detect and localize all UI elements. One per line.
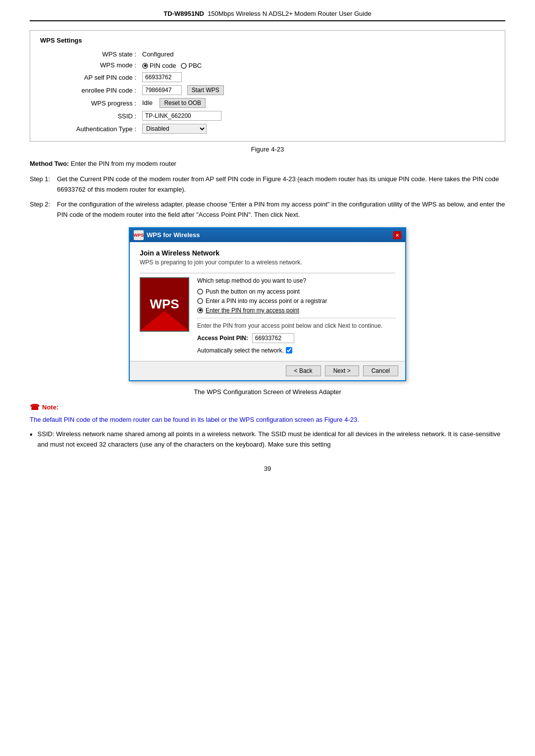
auth-type-label: Authentication Type :	[40, 122, 139, 135]
table-row: Authentication Type : Disabled	[40, 122, 495, 135]
wps-dialog-body: Join a Wireless Network WPS is preparing…	[130, 242, 405, 361]
wps-options-panel: Which setup method do you want to use? P…	[197, 277, 395, 354]
wps-state-label: WPS state :	[40, 49, 139, 59]
radio-option3-dot	[197, 307, 203, 313]
wps-progress-text: Idle	[142, 99, 153, 106]
bullet-item-ssid: • SSID: Wireless network name shared amo…	[30, 429, 505, 450]
access-point-pin-label: Access Point PIN:	[197, 335, 248, 342]
ssid-label: SSID :	[40, 109, 139, 122]
start-wps-button[interactable]: Start WPS	[187, 85, 224, 95]
ap-pin-label: AP self PIN code :	[40, 71, 139, 84]
radio-pin-code[interactable]: PIN code	[142, 62, 176, 69]
note-phone-icon: ☎	[30, 403, 40, 412]
step-1-text: Get the Current PIN code of the modem ro…	[57, 175, 206, 183]
cancel-button[interactable]: Cancel	[363, 365, 398, 376]
step-1-num: Step 1:	[30, 174, 57, 195]
radio-pbc[interactable]: PBC	[181, 62, 202, 69]
wps-settings-box: WPS Settings WPS state : Configured WPS …	[30, 30, 505, 142]
wps-mode-radio-group: PIN code PBC	[142, 62, 202, 69]
enrollee-pin-input[interactable]	[142, 85, 182, 95]
wps-dialog-footer: < Back Next > Cancel	[130, 361, 405, 380]
wps-state-value: Configured	[139, 49, 495, 59]
radio-pin-label: PIN code	[150, 62, 176, 69]
wps-large-logo: WPS	[140, 277, 189, 332]
reset-oob-button[interactable]: Reset to OOB	[160, 98, 206, 108]
ssid-bullet-text: Wireless network name shared among all p…	[38, 430, 501, 448]
radio-pbc-label: PBC	[188, 62, 202, 69]
radio-option2-dot	[197, 298, 203, 304]
note-header-text: Note:	[42, 403, 58, 411]
wps-settings-table: WPS state : Configured WPS mode : PIN co…	[40, 49, 495, 135]
wps-dialog-divider	[140, 273, 395, 273]
wps-mode-label: WPS mode :	[40, 59, 139, 71]
page-number: 39	[30, 465, 505, 472]
wps-dialog-close-button[interactable]: ×	[393, 231, 401, 239]
step-2-num: Step 2:	[30, 200, 57, 220]
wps-option2-label: Enter a PIN into my access point or a re…	[206, 298, 327, 304]
wps-option1-label: Push the button on my access point	[206, 288, 300, 295]
figure-23-caption: Figure 4-23	[30, 146, 505, 153]
wps-dialog-content: WPS Which setup method do you want to us…	[140, 277, 395, 354]
wps-option-3[interactable]: Enter the PIN from my access point	[197, 307, 395, 318]
ap-pin-value	[139, 71, 495, 84]
table-row: SSID :	[40, 109, 495, 122]
ap-pin-input[interactable]	[142, 72, 182, 82]
model-number: TD-W8951ND	[163, 10, 204, 17]
step-1-content: Get the Current PIN code of the modem ro…	[57, 174, 505, 195]
header-title: 150Mbps Wireless N ADSL2+ Modem Router U…	[208, 10, 372, 17]
step-2-row: Step 2: For the configuration of the wir…	[30, 200, 505, 220]
auto-select-label: Automatically select the network.	[197, 347, 284, 354]
auto-select-row: Automatically select the network.	[197, 347, 395, 354]
ssid-input[interactable]	[142, 111, 221, 121]
auth-type-value: Disabled	[139, 122, 495, 135]
auto-select-checkbox[interactable]	[286, 347, 292, 353]
note-header: ☎ Note:	[30, 403, 505, 412]
table-row: WPS mode : PIN code PBC	[40, 59, 495, 71]
wps-pin-instruction: Enter the PIN from your access point bel…	[197, 322, 395, 329]
table-row: AP self PIN code :	[40, 71, 495, 84]
next-button[interactable]: Next >	[325, 365, 359, 376]
back-button[interactable]: < Back	[286, 365, 321, 376]
table-row: WPS progress : Idle Reset to OOB	[40, 97, 495, 109]
enrollee-pin-label: enrollee PIN code :	[40, 84, 139, 97]
table-row: enrollee PIN code : Start WPS	[40, 84, 495, 97]
wps-progress-value: Idle Reset to OOB	[139, 97, 495, 109]
method-two-heading: Method Two: Enter the PIN from my modem …	[30, 159, 505, 169]
wps-option-2[interactable]: Enter a PIN into my access point or a re…	[197, 298, 395, 304]
dialog-caption: The WPS Configuration Screen of Wireless…	[30, 388, 505, 396]
step-2-bold2: Access Point PIN	[199, 211, 248, 218]
wps-pin-row: Access Point PIN:	[197, 333, 395, 343]
access-point-pin-input[interactable]	[252, 333, 294, 343]
enrollee-pin-value: Start WPS	[139, 84, 495, 97]
wps-dialog-titlebar: WPS WPS for Wireless ×	[130, 228, 405, 242]
wps-progress-label: WPS progress :	[40, 97, 139, 109]
header-model: TD-W8951ND 150Mbps Wireless N ADSL2+ Mod…	[163, 10, 371, 17]
wps-dialog: WPS WPS for Wireless × Join a Wireless N…	[129, 227, 406, 381]
step-2-bold3: Next	[285, 211, 298, 218]
wps-logo-text: WPS	[150, 297, 179, 312]
table-row: WPS state : Configured	[40, 49, 495, 59]
wps-question: Which setup method do you want to use?	[197, 277, 395, 284]
note-blue-text: The default PIN code of the modem router…	[30, 415, 505, 425]
page-header: TD-W8951ND 150Mbps Wireless N ADSL2+ Mod…	[30, 10, 505, 21]
note-section: ☎ Note: The default PIN code of the mode…	[30, 403, 505, 450]
ssid-bullet-label: SSID:	[38, 430, 54, 438]
wps-dialog-title: WPS for Wireless	[147, 231, 200, 239]
wps-option3-label: Enter the PIN from my access point	[206, 307, 299, 314]
ssid-value	[139, 109, 495, 122]
method-two-bold: Method Two:	[30, 160, 69, 167]
bullet-ssid-content: SSID: Wireless network name shared among…	[38, 429, 505, 450]
radio-option1-dot	[197, 289, 203, 295]
step-2-bold1: Enter a PIN from my access point	[231, 201, 327, 208]
step-2-text1: For the configuration of the wireless ad…	[57, 201, 231, 208]
titlebar-left: WPS WPS for Wireless	[134, 230, 200, 240]
auth-type-select[interactable]: Disabled	[142, 124, 207, 134]
radio-pin-dot	[142, 63, 148, 69]
wps-settings-title: WPS Settings	[40, 37, 495, 44]
step-2-text3: ". Then click	[248, 211, 285, 218]
method-two-rest: Enter the PIN from my modem router	[71, 160, 176, 167]
step-1-row: Step 1: Get the Current PIN code of the …	[30, 174, 505, 195]
wps-option-1[interactable]: Push the button on my access point	[197, 288, 395, 295]
wps-small-logo: WPS	[134, 230, 144, 240]
wps-mode-value: PIN code PBC	[139, 59, 495, 71]
